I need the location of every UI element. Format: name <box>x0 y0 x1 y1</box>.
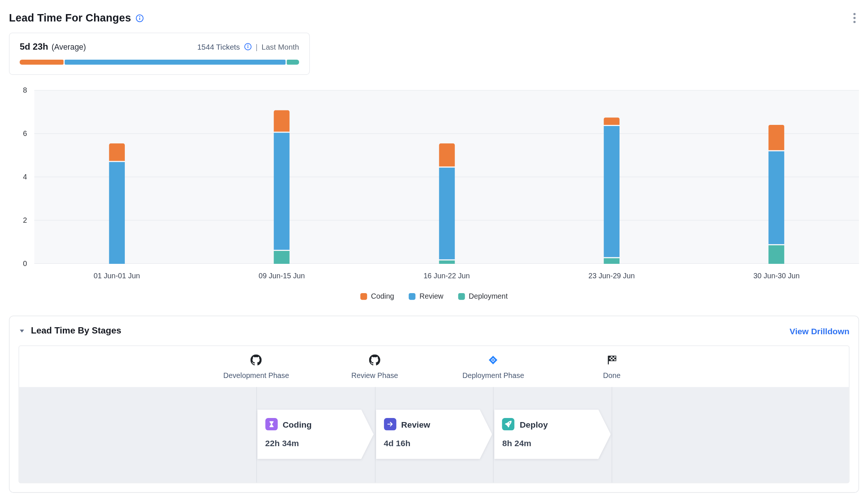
view-drilldown-link[interactable]: View Drilldown <box>789 326 849 336</box>
deployment-diamond-icon <box>488 354 498 365</box>
stages-table-body: Coding 22h 34m Review 4d 16h <box>19 387 849 482</box>
phase-label: Development Phase <box>223 371 289 380</box>
chevron-down-icon[interactable] <box>19 328 25 334</box>
bar-segment-review[interactable] <box>109 162 125 264</box>
bar-segment-coding[interactable] <box>274 110 290 132</box>
stages-table-header: Development Phase Review Phase Deploymen… <box>19 346 849 387</box>
legend-item-review[interactable]: Review <box>409 292 444 301</box>
title-row: Lead Time For Changes <box>9 12 144 24</box>
finish-flag-icon <box>607 354 617 365</box>
x-axis-label: 01 Jun-01 Jun <box>34 272 199 280</box>
bar-segment-coding[interactable] <box>769 125 785 150</box>
phase-label: Done <box>603 371 621 380</box>
column-divider <box>375 387 375 482</box>
stacked-bar[interactable] <box>109 90 125 264</box>
y-axis-tick-label: 2 <box>23 216 27 225</box>
progress-segment-coding <box>20 60 63 65</box>
y-axis-tick-label: 0 <box>23 259 27 268</box>
stage-card-coding[interactable]: Coding 22h 34m <box>257 409 374 459</box>
legend-swatch <box>458 293 465 299</box>
stage-card-duration: 22h 34m <box>265 438 358 448</box>
summary-card: 5d 23h (Average) 1544 Tickets | Last Mon… <box>9 33 310 75</box>
kebab-menu-icon[interactable] <box>850 10 859 26</box>
github-icon <box>369 354 380 365</box>
plot-area <box>34 90 859 264</box>
legend-label: Coding <box>371 292 394 301</box>
rocket-icon <box>502 418 514 430</box>
stacked-bar[interactable] <box>604 90 620 264</box>
bar-segment-review[interactable] <box>274 133 290 250</box>
page-title: Lead Time For Changes <box>9 12 131 24</box>
stage-card-title: Deploy <box>520 419 548 429</box>
x-axis-label: 30 Jun-30 Jun <box>694 272 859 280</box>
average-value: 5d 23h <box>20 42 48 52</box>
stacked-bar[interactable] <box>274 90 290 264</box>
tickets-count: 1544 Tickets <box>197 43 240 51</box>
bar-segment-coding[interactable] <box>109 144 125 161</box>
stage-card-title: Review <box>401 419 430 429</box>
x-axis-label: 09 Jun-15 Jun <box>199 272 364 280</box>
column-divider <box>612 387 612 482</box>
average-label: (Average) <box>51 42 86 51</box>
x-axis: 01 Jun-01 Jun09 Jun-15 Jun16 Jun-22 Jun2… <box>34 272 859 280</box>
stage-card-title: Coding <box>283 419 311 429</box>
hourglass-icon <box>265 418 277 430</box>
y-axis-tick-label: 8 <box>23 86 27 95</box>
page-header: Lead Time For Changes <box>9 10 859 26</box>
phase-column-development: Development Phase <box>223 354 289 379</box>
y-axis-tick-label: 6 <box>23 129 27 138</box>
lead-time-chart: 02468 01 Jun-01 Jun09 Jun-15 Jun16 Jun-2… <box>9 90 859 300</box>
legend-swatch <box>409 293 415 299</box>
phase-label: Review Phase <box>351 371 398 380</box>
average-lead-time: 5d 23h (Average) <box>20 42 86 52</box>
column-divider <box>493 387 494 482</box>
stage-card-review[interactable]: Review 4d 16h <box>376 409 492 459</box>
bar-segment-deployment[interactable] <box>274 251 290 264</box>
info-icon[interactable] <box>136 14 144 22</box>
progress-segment-review <box>64 60 286 65</box>
arrow-right-icon <box>384 418 396 430</box>
stages-collapse-toggle[interactable]: Lead Time By Stages <box>19 326 121 336</box>
summary-top-row: 5d 23h (Average) 1544 Tickets | Last Mon… <box>20 42 299 52</box>
stage-card-duration: 8h 24m <box>502 438 595 448</box>
stages-panel-header: Lead Time By Stages View Drilldown <box>19 326 849 336</box>
x-axis-label: 23 Jun-29 Jun <box>529 272 694 280</box>
stages-title: Lead Time By Stages <box>31 326 121 336</box>
legend-swatch <box>360 293 367 299</box>
bar-segment-coding[interactable] <box>439 143 455 166</box>
github-icon <box>251 354 262 365</box>
lead-time-by-stages-panel: Lead Time By Stages View Drilldown Devel… <box>9 316 859 493</box>
y-axis-tick-label: 4 <box>23 173 27 182</box>
period-label: Last Month <box>261 43 299 51</box>
bar-segment-deployment[interactable] <box>769 245 785 264</box>
stacked-bar[interactable] <box>769 90 785 264</box>
y-axis: 02468 <box>9 90 34 264</box>
stage-card-deploy[interactable]: Deploy 8h 24m <box>494 409 611 459</box>
separator: | <box>256 43 257 51</box>
legend-label: Review <box>420 292 444 301</box>
stage-card-duration: 4d 16h <box>384 438 476 448</box>
bar-segment-review[interactable] <box>604 126 620 258</box>
bar-segment-deployment[interactable] <box>439 261 455 264</box>
bar-segment-coding[interactable] <box>604 117 620 125</box>
bar-segment-deployment[interactable] <box>604 258 620 264</box>
x-axis-label: 16 Jun-22 Jun <box>364 272 529 280</box>
info-icon[interactable] <box>244 43 251 50</box>
stages-table: Development Phase Review Phase Deploymen… <box>19 345 849 483</box>
dashboard-page: Lead Time For Changes 5d 23h (Average) 1… <box>0 0 868 501</box>
phase-column-deployment: Deployment Phase <box>463 354 524 379</box>
lead-time-distribution-bar <box>20 60 299 65</box>
phase-column-review: Review Phase <box>351 354 398 379</box>
legend-item-deployment[interactable]: Deployment <box>458 292 508 301</box>
phase-label: Deployment Phase <box>463 371 524 380</box>
progress-segment-deployment <box>287 60 299 65</box>
summary-meta: 1544 Tickets | Last Month <box>197 43 299 51</box>
legend-item-coding[interactable]: Coding <box>360 292 394 301</box>
stacked-bar[interactable] <box>439 90 455 264</box>
bar-segment-review[interactable] <box>439 167 455 259</box>
column-divider <box>256 387 257 482</box>
phase-column-done: Done <box>603 354 621 379</box>
bar-segment-review[interactable] <box>769 151 785 244</box>
chart-legend: Coding Review Deployment <box>9 292 859 301</box>
legend-label: Deployment <box>469 292 508 301</box>
